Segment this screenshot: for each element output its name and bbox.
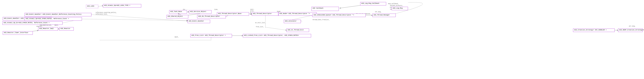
diagram-arrows: msg_callback_ upload_allhosts_ Pic_desc_… [0,0,644,79]
node-ace-event-handler-reference-counting-policy: ACE_Event_Handler::ACE_Event_Handler_Ref… [24,13,92,16]
node-ace-at-thread-exit: ACE_At_Thread_Exit [286,29,309,32]
node-label-ace-reactor-impl: ACE_Reactor_Impl [39,28,54,29]
svg-line-19 [266,27,286,30]
node-label-ace-atomic-op-synch-mutex: ACE_Atomic_Op<ACE_SYNCH_MUTEX, Reference… [26,18,69,19]
node-ace-task-base: ACE_Task_Base [169,10,187,14]
node-label-ace-thread-manager: ACE_Thread_Manager [374,14,390,16]
svg-text:reference_counting_policy_: reference_counting_policy_ [96,12,117,13]
svg-line-13 [33,30,38,31]
svg-text:thr_msg_: thr_msg_ [375,11,382,13]
svg-text:head_: head_ [277,11,281,12]
node-label-ace-unbounded-queue: ACE_Unbounded_Queue< ACE_Thread_Descript… [314,14,354,16]
node-ace-allocator: ACE_Allocator [284,20,301,23]
node-label-ace-service-object: ACE_Service_Object [190,11,206,12]
node-label-ace-node-ace-thread-descriptor: ACE_Node< ACE_Thread_Descriptor *> [280,13,310,14]
diagram-container: msg_callback_ upload_allhosts_ Pic_desc_… [0,0,644,79]
node-ace-reactor-impl: ACE_Reactor_Impl [38,27,58,31]
node-label-ace-shared-object: ACE_Shared_Object [168,15,183,17]
node-ace-linked-free-list: ACE_Linked_Free_List< ACE_Thread_Descrip… [243,34,311,37]
node-ace-node-ace-thread-descriptor: ACE_Node< ACE_Thread_Descriptor *> [278,12,316,16]
node-ace-callback: ACE Callback [312,7,339,11]
svg-text:mach_: mach_ [175,36,179,38]
node-ace-atomic-op-ex-synch-mutex: ACE_Atomic_Op_Ex<ACE_SYNCH_MUTEX, Refere… [2,21,62,25]
node-ace-thread-descriptor-base: ACE_Thread_Descriptor_Base [217,12,249,16]
node-ace-reactor: ACE_Reactor [59,27,74,31]
node-label-ace-thread-descriptor: ACE_Thread_Descriptor [253,13,272,14]
node-label-ace-thread-descriptor-base: ACE_Thread_Descriptor_Base [218,13,242,14]
node-ace-atomic-op-synch-mutex: ACE_Atomic_Op<ACE_SYNCH_MUTEX, Reference… [24,17,82,21]
svg-line-2 [98,6,103,6]
node-label-ace-allocator: ACE_Allocator [285,20,296,22]
svg-text:reference_lock_: reference_lock_ [96,13,108,15]
node-label-ace-task-base: ACE_Task_Base [170,11,182,12]
svg-text:next_: next_ [250,9,254,10]
node-ace-reactor-timer-interface: ACE_Reactor_Timer_Interface [3,31,33,35]
node-ace-unbounded-queue: ACE_Unbounded_Queue< ACE_Thread_Descript… [312,14,366,17]
node-label-ace-creation-strategy: ACE_Creation_Strategy< SVC_HANDLER > [574,29,606,31]
node-label-ace-atomic-op-ex-synch-mutex: ACE_Atomic_Op_Ex<ACE_SYNCH_MUTEX, Refere… [4,22,50,23]
svg-line-16 [292,15,312,20]
node-ace-shared-object: ACE_Shared_Object [166,15,188,18]
node-label-ace-callback: ACE Callback [312,7,323,9]
node-ace-service-object: ACE_Service_Object [189,10,212,14]
node-ace-creation-strategy: ACE_Creation_Strategy< SVC_HANDLER > [573,29,615,32]
svg-text:upload_allhosts_: upload_allhosts_ [390,5,403,6]
node-label-ace-event-handler-reference-counting-policy: ACE_Event_Handler::ACE_Event_Handler_Ref… [26,13,82,15]
node-label-ace-os-thread-descriptor: ACE_OS_Thread_Descriptor [198,15,220,17]
node-ace-log-msg: ACE_Log_Msg [392,7,408,10]
svg-text:reactor_: reactor_ [36,26,43,27]
node-label-ace-atomic-op-ace-lock-type: ACE_Atomic_Op<ACE_LOCK_TYPE > [104,5,130,6]
svg-text:thread_desc_freelist_: thread_desc_freelist_ [312,19,330,20]
node-label-ace-free-list: ACE_Free_List< ACE_Thread_Descriptor > [192,35,226,36]
node-label-ace-lock: ACE_LOCK [87,5,94,7]
node-label-ace-reactor: ACE_Reactor [60,28,70,29]
node-label-ace-at-thread-exit: ACE_At_Thread_Exit [288,29,304,31]
node-label-ace-linked-free-list: ACE_Linked_Free_List< ACE_Thread_Descrip… [244,35,299,36]
svg-text:prev_: prev_ [250,10,254,12]
svg-text:link_: link_ [214,9,218,10]
node-label-ace-event-handler: ACE_Event_Handler [189,20,204,22]
node-ace-event-handler: ACE_Event_Handler [188,20,210,23]
node-ace-lock: ACE_LOCK [86,5,98,8]
node-label-ace-noop-creation-strategy: ACE_NOOP_Creation_Strategy<SVC_HANDLER> [619,29,644,31]
node-label-ace-log-msg-callback: ACE_Log_Msg_Callback [361,2,379,4]
svg-text:free_list_: free_list_ [256,26,264,28]
svg-text:ptr_msg_: ptr_msg_ [629,25,636,27]
node-label-ace-log-msg: ACE_Log_Msg [393,7,403,9]
node-ace-noop-creation-strategy: ACE_NOOP_Creation_Strategy<SVC_HANDLER> [618,29,643,32]
node-ace-atomic-op-ace-lock-type: ACE_Atomic_Op<ACE_LOCK_TYPE > [103,4,141,7]
svg-text:msg_callback_: msg_callback_ [388,3,399,4]
node-ace-free-list: ACE_Free_List< ACE_Thread_Descriptor > [190,34,232,37]
node-label-ace-reactor-timer-interface: ACE_Reactor_Timer_Interface [4,32,28,33]
svg-text:at_exit_list_: at_exit_list_ [255,22,266,23]
node-ace-thread-descriptor: ACE_Thread_Descriptor [252,12,278,16]
node-ace-thread-manager: ACE_Thread_Manager [372,14,396,17]
node-ace-log-msg-callback: ACE_Log_Msg_Callback [360,2,386,5]
